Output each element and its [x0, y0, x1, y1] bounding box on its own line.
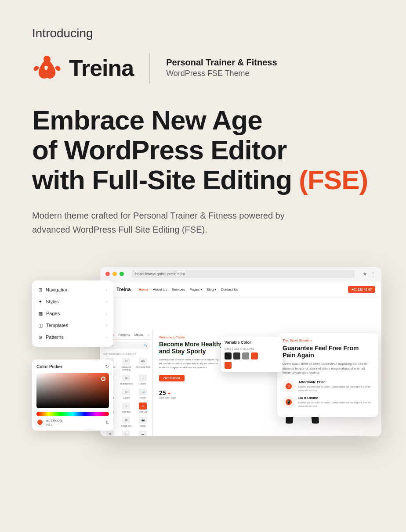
- right-panel-tag: The Sport Solution: [283, 338, 373, 342]
- block-graph[interactable]: 📊 Graph: [135, 387, 151, 400]
- nav-item-navigation[interactable]: ⊞ Navigation ›: [32, 284, 113, 296]
- pages-icon: ▦: [38, 311, 43, 316]
- icon-list-icon: ☰: [139, 403, 147, 410]
- site-hero-get-started-btn[interactable]: Get Started: [159, 375, 185, 381]
- star-icon[interactable]: ★: [362, 271, 367, 277]
- swatch-orange-2[interactable]: [225, 362, 232, 369]
- block-nav-menu[interactable]: ☰ Nav Menu: [119, 429, 134, 436]
- logo-divider: [149, 53, 150, 83]
- right-panel-item-1-text: Affordable Price Lorem ipsum dolor sit a…: [298, 380, 373, 392]
- color-swatch[interactable]: [36, 419, 44, 426]
- site-nav-phone-btn[interactable]: +61 222-40-07: [348, 286, 375, 293]
- color-picker-dot[interactable]: [101, 377, 105, 381]
- animated-text-icon: Aa: [139, 358, 147, 365]
- right-panel-item-2-desc: Lorem ipsum dolor sit amet, consectetur …: [298, 401, 373, 408]
- browser-titlebar: https://www.gutterverse.com ★ ⋮: [100, 267, 381, 281]
- patterns-icon: ⊛: [38, 334, 42, 340]
- logo-brand-name: Treina: [69, 55, 134, 81]
- right-panel-item-2-text: Do it Online Lorem ipsum dolor sit amet,…: [298, 396, 373, 408]
- site-nav-contact[interactable]: Contact Us: [221, 288, 238, 291]
- var-color-chevron-icon[interactable]: ›: [278, 340, 279, 345]
- navigation-icon: ⊞: [38, 287, 42, 293]
- color-picker-header: Color Picker ↻: [36, 364, 109, 370]
- block-icon-box[interactable]: ☆ Icon Box: [119, 401, 134, 414]
- browser-url-text: https://www.gutterverse.com: [135, 272, 185, 276]
- close-icon[interactable]: ✕: [145, 331, 152, 339]
- icon-box-icon: ☆: [122, 403, 130, 410]
- site-nav-brand: Treina: [116, 287, 130, 292]
- hero-line1: Embrace New Age: [32, 105, 262, 135]
- styles-icon: ✦: [38, 299, 42, 305]
- hero-heading: Embrace New Age of WordPress Editor with…: [32, 105, 374, 195]
- refresh-icon[interactable]: ↻: [105, 364, 109, 370]
- browser-maximize-dot[interactable]: [120, 272, 124, 276]
- block-animated-text[interactable]: Aa Animated Text: [135, 356, 151, 372]
- color-hex-type: HEX: [46, 423, 62, 426]
- templates-icon: ◫: [38, 323, 43, 328]
- block-divider[interactable]: — Divider: [135, 373, 151, 386]
- block-icon-list[interactable]: ☰ Icon List: [135, 401, 151, 414]
- do-online-icon-box: 📱: [283, 396, 295, 408]
- browser-urlbar[interactable]: https://www.gutterverse.com: [132, 270, 355, 278]
- nav-item-templates[interactable]: ◫ Templates ›: [32, 320, 113, 331]
- browser-close-dot[interactable]: [105, 272, 110, 276]
- layer-slider-icon: ⧉: [106, 431, 114, 436]
- variable-color-popup: Variable Color › CUSTOM COLORS: [221, 337, 283, 372]
- block-multi-buttons[interactable]: ⊞ Multi Buttons: [119, 373, 134, 386]
- var-color-section-label: CUSTOM COLORS: [225, 347, 279, 350]
- right-panel-item-1-title: Affordable Price: [298, 380, 373, 384]
- swatch-dark-gray[interactable]: [233, 352, 240, 359]
- block-image[interactable]: 📷 Image: [135, 415, 151, 428]
- hero-line2: of WordPress Editor: [32, 135, 286, 165]
- block-image-box[interactable]: 🖼 Image Box: [119, 415, 134, 428]
- site-nav-home[interactable]: Home: [138, 288, 148, 291]
- menu-icon[interactable]: ⋮: [370, 270, 376, 277]
- multi-buttons-icon: ⊞: [122, 374, 130, 381]
- chevron-right-icon: ›: [106, 299, 107, 304]
- arrows-icon[interactable]: ⇅: [105, 420, 109, 425]
- block-progress-bar[interactable]: ▬ Progress Bar: [135, 429, 151, 436]
- var-color-extra-swatch-row: [225, 362, 279, 369]
- swatch-orange[interactable]: [251, 352, 258, 359]
- nav-item-patterns[interactable]: ⊛ Patterns ›: [32, 331, 113, 343]
- right-panel-item-1: $ Affordable Price Lorem ipsum dolor sit…: [283, 380, 373, 392]
- var-color-title: Variable Color: [225, 340, 251, 345]
- divider-icon: —: [139, 374, 147, 381]
- hero-title-1: Become More Healthy: [159, 341, 223, 348]
- site-nav-blog[interactable]: Blog ▾: [207, 288, 216, 291]
- site-nav-pages[interactable]: Pages ▾: [189, 288, 202, 291]
- nav-panel: ⊞ Navigation › ✦ Styles › ▦ Pages › ◫ Te…: [32, 280, 113, 347]
- affordable-price-icon-box: $: [283, 380, 295, 392]
- advanced-heading-icon: H: [122, 358, 130, 365]
- chevron-right-icon: ›: [106, 311, 107, 316]
- chevron-right-icon: ›: [106, 288, 107, 292]
- logo-tagline-sub: WordPress FSE Theme: [166, 68, 277, 79]
- graph-icon: 📊: [139, 388, 147, 395]
- logo-tagline-main: Personal Trainer & Fitness: [166, 57, 277, 68]
- screenshot-area: ⊞ Navigation › ✦ Styles › ▦ Pages › ◫ Te…: [32, 263, 374, 447]
- editor-tab-media[interactable]: Media: [132, 331, 145, 339]
- hero-fse: (FSE): [299, 165, 368, 195]
- swatch-gray[interactable]: [242, 352, 249, 359]
- right-panel: The Sport Solution Guarantee Feel Free F…: [277, 333, 378, 417]
- color-hue-bar[interactable]: [36, 412, 109, 416]
- color-hex-value: #FF5920: [46, 419, 62, 423]
- nav-item-pages[interactable]: ▦ Pages ›: [32, 308, 113, 320]
- block-gallery[interactable]: ⊡ Gallery: [119, 387, 134, 400]
- color-gradient[interactable]: [36, 373, 109, 408]
- nav-item-styles[interactable]: ✦ Styles ›: [32, 296, 113, 308]
- color-picker-title: Color Picker: [36, 364, 62, 369]
- nav-menu-icon: ☰: [122, 431, 130, 436]
- site-nav-services[interactable]: Services: [172, 288, 185, 291]
- editor-tab-patterns[interactable]: Patterns: [116, 331, 132, 339]
- hero-line3: with Full-Site Editing: [32, 165, 292, 195]
- block-advanced-heading[interactable]: H Advanced Heading: [119, 356, 134, 372]
- swatch-black[interactable]: [225, 352, 232, 359]
- browser-minimize-dot[interactable]: [112, 272, 117, 276]
- site-hero-desc: Lorem ipsum dolor sit amet, consectetur …: [159, 358, 221, 370]
- var-color-header: Variable Color ›: [225, 340, 279, 345]
- right-panel-desc: Lorem ipsum dolor sit amet, consectetur …: [283, 362, 373, 376]
- site-nav-about[interactable]: About Us: [153, 288, 167, 291]
- color-hue-wrapper: [36, 412, 109, 416]
- color-bottom-row: #FF5920 HEX ⇅: [36, 419, 109, 426]
